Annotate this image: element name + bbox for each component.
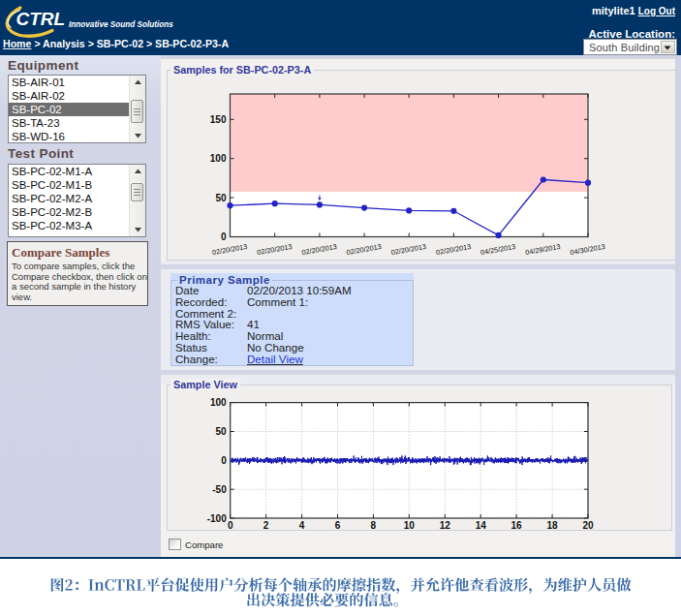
svg-text:20: 20 (582, 520, 594, 531)
svg-text:0: 0 (221, 231, 227, 242)
svg-text:16: 16 (511, 520, 523, 531)
svg-text:100: 100 (210, 397, 227, 408)
svg-text:0: 0 (221, 455, 227, 466)
svg-text:50: 50 (216, 426, 228, 437)
svg-text:100: 100 (210, 153, 227, 164)
svg-text:10: 10 (404, 520, 416, 531)
svg-text:4: 4 (299, 520, 305, 531)
svg-text:Innovative Sound Solutions: Innovative Sound Solutions (69, 20, 173, 29)
svg-text:8: 8 (371, 520, 377, 531)
svg-text:-50: -50 (212, 484, 227, 495)
svg-text:14: 14 (476, 520, 487, 531)
svg-text:6: 6 (335, 520, 341, 531)
svg-text:12: 12 (440, 520, 451, 531)
svg-text:150: 150 (210, 114, 227, 125)
svg-text:0: 0 (228, 520, 233, 531)
svg-text:18: 18 (547, 520, 559, 531)
svg-text:2: 2 (263, 520, 269, 531)
svg-text:50: 50 (215, 193, 227, 203)
svg-text:-100: -100 (207, 513, 227, 524)
svg-text:CTRL: CTRL (16, 9, 66, 29)
